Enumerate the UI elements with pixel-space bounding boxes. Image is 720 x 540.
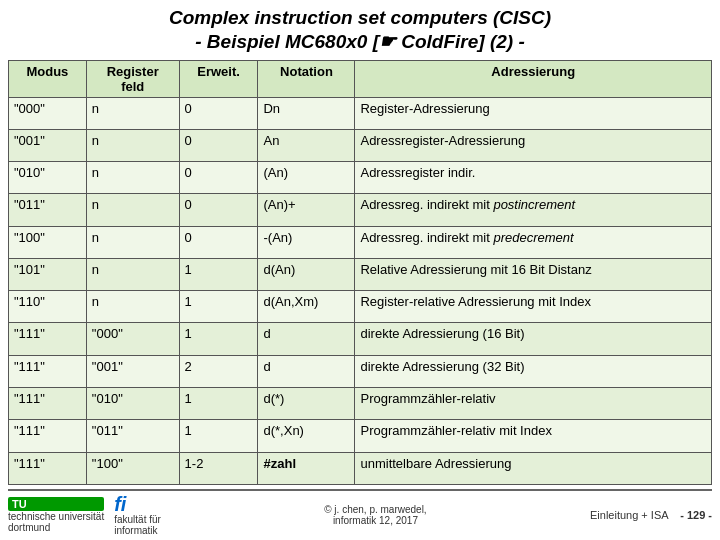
cell-modus: "101" (9, 258, 87, 290)
cell-register: n (86, 258, 179, 290)
cell-adressierung: Adressreg. indirekt mit postincrement (355, 194, 712, 226)
cell-erweit: 0 (179, 194, 258, 226)
footer: TU technische universitätdortmund fi fak… (8, 489, 712, 536)
footer-tu-logo: TU technische universitätdortmund (8, 497, 104, 533)
cell-modus: "001" (9, 129, 87, 161)
cell-notation: d(An,Xm) (258, 291, 355, 323)
table-row: "100"n0-(An)Adressreg. indirekt mit pred… (9, 226, 712, 258)
cell-adressierung: direkte Adressierung (16 Bit) (355, 323, 712, 355)
table-row: "010"n0(An)Adressregister indir. (9, 162, 712, 194)
tu-logo-badge: TU (8, 497, 104, 511)
cell-register: "000" (86, 323, 179, 355)
table-row: "101"n1d(An)Relative Adressierung mit 16… (9, 258, 712, 290)
col-header-notation: Notation (258, 60, 355, 97)
cell-adressierung: Register-relative Adressierung mit Index (355, 291, 712, 323)
title-line1: Complex instruction set computers (CISC) (8, 6, 712, 30)
cell-erweit: 1-2 (179, 452, 258, 484)
cell-register: "010" (86, 388, 179, 420)
footer-fi-logo: fi fakultät fürinformatik (114, 494, 161, 536)
table-row: "001"n0AnAdressregister-Adressierung (9, 129, 712, 161)
cell-modus: "100" (9, 226, 87, 258)
title-line2: - Beispiel MC680x0 [☛ ColdFire] (2) - (8, 30, 712, 54)
col-header-erweit: Erweit. (179, 60, 258, 97)
cell-register: n (86, 226, 179, 258)
faculty-name: fakultät fürinformatik (114, 514, 161, 536)
main-table: Modus Registerfeld Erweit. Notation Adre… (8, 60, 712, 486)
cell-modus: "111" (9, 452, 87, 484)
cell-register: n (86, 97, 179, 129)
university-name: technische universitätdortmund (8, 511, 104, 533)
cell-register: "100" (86, 452, 179, 484)
table-row: "011"n0(An)+Adressreg. indirekt mit post… (9, 194, 712, 226)
cell-adressierung: Adressreg. indirekt mit predecrement (355, 226, 712, 258)
footer-copyright: © j. chen, p. marwedel,informatik 12, 20… (324, 504, 426, 526)
col-header-modus: Modus (9, 60, 87, 97)
cell-adressierung: direkte Adressierung (32 Bit) (355, 355, 712, 387)
cell-modus: "111" (9, 420, 87, 452)
cell-erweit: 1 (179, 291, 258, 323)
table-row: "111""001"2ddirekte Adressierung (32 Bit… (9, 355, 712, 387)
page-title: Complex instruction set computers (CISC)… (8, 6, 712, 54)
cell-notation: d(*) (258, 388, 355, 420)
cell-erweit: 0 (179, 162, 258, 194)
cell-erweit: 1 (179, 323, 258, 355)
page-number: - 129 - (680, 509, 712, 521)
col-header-adressierung: Adressierung (355, 60, 712, 97)
page-wrapper: Complex instruction set computers (CISC)… (0, 0, 720, 540)
cell-modus: "111" (9, 388, 87, 420)
table-row: "111""011"1d(*,Xn)Programmzähler-relativ… (9, 420, 712, 452)
cell-adressierung: Programmzähler-relativ mit Index (355, 420, 712, 452)
table-row: "110"n1d(An,Xm)Register-relative Adressi… (9, 291, 712, 323)
fi-logo-badge: fi (114, 494, 161, 514)
cell-adressierung: unmittelbare Adressierung (355, 452, 712, 484)
cell-adressierung: Adressregister indir. (355, 162, 712, 194)
cell-adressierung: Relative Adressierung mit 16 Bit Distanz (355, 258, 712, 290)
cell-notation: #zahl (258, 452, 355, 484)
cell-notation: (An) (258, 162, 355, 194)
cell-erweit: 0 (179, 226, 258, 258)
cell-erweit: 1 (179, 388, 258, 420)
table-row: "111""100"1-2#zahlunmittelbare Adressier… (9, 452, 712, 484)
table-row: "111""010"1d(*)Programmzähler-relativ (9, 388, 712, 420)
table-row: "000"n0DnRegister-Adressierung (9, 97, 712, 129)
cell-register: "001" (86, 355, 179, 387)
cell-notation: Dn (258, 97, 355, 129)
cell-register: n (86, 291, 179, 323)
cell-adressierung: Adressregister-Adressierung (355, 129, 712, 161)
cell-register: n (86, 194, 179, 226)
cell-notation: An (258, 129, 355, 161)
table-row: "111""000"1ddirekte Adressierung (16 Bit… (9, 323, 712, 355)
footer-nav: Einleitung + ISA - 129 - (590, 509, 712, 521)
cell-notation: (An)+ (258, 194, 355, 226)
cell-adressierung: Register-Adressierung (355, 97, 712, 129)
cell-modus: "110" (9, 291, 87, 323)
cell-erweit: 1 (179, 420, 258, 452)
nav-label: Einleitung + ISA (590, 509, 668, 521)
cell-modus: "111" (9, 323, 87, 355)
cell-notation: d (258, 355, 355, 387)
cell-notation: d(*,Xn) (258, 420, 355, 452)
cell-erweit: 2 (179, 355, 258, 387)
cell-register: "011" (86, 420, 179, 452)
footer-left: TU technische universitätdortmund fi fak… (8, 494, 161, 536)
cell-notation: d (258, 323, 355, 355)
cell-modus: "011" (9, 194, 87, 226)
cell-erweit: 0 (179, 129, 258, 161)
cell-notation: d(An) (258, 258, 355, 290)
cell-modus: "000" (9, 97, 87, 129)
cell-register: n (86, 129, 179, 161)
cell-adressierung: Programmzähler-relativ (355, 388, 712, 420)
col-header-register: Registerfeld (86, 60, 179, 97)
cell-register: n (86, 162, 179, 194)
cell-notation: -(An) (258, 226, 355, 258)
cell-erweit: 1 (179, 258, 258, 290)
cell-erweit: 0 (179, 97, 258, 129)
cell-modus: "010" (9, 162, 87, 194)
cell-modus: "111" (9, 355, 87, 387)
